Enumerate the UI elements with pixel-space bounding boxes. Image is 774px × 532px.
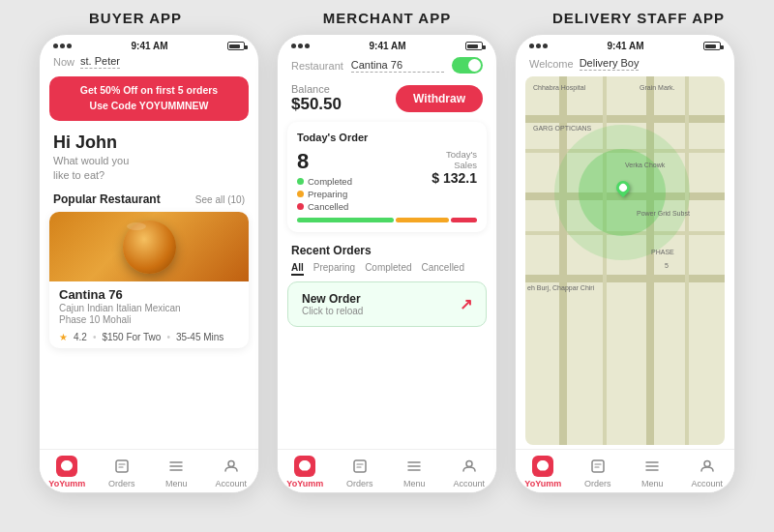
delivery-nav-yoyumm-label: YoYumm [524,479,561,488]
withdraw-button[interactable]: Withdraw [396,85,483,112]
delivery-nav-orders-label: Orders [584,479,611,488]
account-icon [221,456,242,477]
subtext: What would you like to eat? [40,153,258,190]
delivery-time: 9:41 AM [608,41,644,51]
battery-icon [227,42,245,50]
svg-rect-0 [116,460,128,472]
buyer-nav-orders[interactable]: Orders [95,456,150,488]
merchant-nav-orders[interactable]: Orders [333,456,388,488]
location-value: st. Peter [80,55,120,69]
merchant-yoyumm-icon [294,456,315,477]
delivery-app-title: DELIVERY STAFF APP [527,10,750,26]
delivery-bottom-nav: YoYumm Orders Menu Account [516,449,734,492]
promo-line1: Get 50% Off on first 5 orders [59,83,239,99]
balance-info: Balance $50.50 [291,83,342,114]
road-h5 [525,275,725,282]
merchant-app-phone: 9:41 AM Restaurant Cantina 76 Balance $5… [277,34,497,493]
todays-order-card: Today's Order 8 Completed Preparing [287,122,487,232]
legend-cancelled: Cancelled [297,201,352,212]
order-legend: Completed Preparing Cancelled [297,176,352,212]
road-v4 [685,76,689,445]
delivery-time: 35-45 Mins [176,332,223,342]
merchant-nav-yoyumm-label: YoYumm [286,479,323,488]
progress-preparing [396,218,449,222]
cancelled-label: Cancelled [308,201,348,212]
delivery-boy-name: Delivery Boy [580,57,640,71]
merchant-signal-dots [291,44,310,48]
order-count: 8 [297,149,352,174]
signal-dots [53,44,72,48]
buyer-nav-account-label: Account [215,479,247,488]
legend-preparing: Preparing [297,189,352,199]
see-all-link[interactable]: See all (10) [195,194,245,205]
restaurant-cuisine: Cajun Indian Italian Mexican [59,303,239,313]
delivery-nav-yoyumm[interactable]: YoYumm [516,456,571,488]
filter-completed[interactable]: Completed [365,262,411,276]
merchant-bottom-nav: YoYumm Orders Menu Account [278,449,496,492]
delivery-nav-menu[interactable]: Menu [625,456,680,488]
delivery-orders-icon [587,456,609,477]
delivery-map: Chhabra Hospital Grain Mark. GARG OPTICI… [525,76,725,445]
location-label: Now [53,56,74,68]
restaurant-name: Cantina 76 [59,287,239,302]
buyer-location-row: Now st. Peter [40,53,258,73]
filter-tabs: All Preparing Completed Cancelled [278,262,496,281]
merchant-battery-icon [465,42,483,50]
merchant-nav-yoyumm[interactable]: YoYumm [278,456,333,488]
welcome-label: Welcome [529,58,574,70]
delivery-nav-orders[interactable]: Orders [571,456,626,488]
menu-icon [165,456,187,477]
merchant-nav-menu[interactable]: Menu [387,456,442,488]
restaurant-image [49,212,249,281]
delivery-nav-account[interactable]: Account [680,456,735,488]
road-v1 [559,76,567,445]
buyer-nav-yoyumm[interactable]: YoYumm [40,456,95,488]
sales-value: $ 132.1 [432,170,477,186]
merchant-menu-icon [403,456,425,477]
yoyumm-icon [56,456,77,477]
merchant-time: 9:41 AM [370,41,406,51]
buyer-nav-account[interactable]: Account [204,456,259,488]
cancelled-dot [297,203,304,210]
restaurant-toggle[interactable] [452,57,483,74]
price: $150 For Two [102,332,161,342]
balance-amount: $50.50 [291,95,342,114]
new-order-subtitle: Click to reload [302,306,363,316]
svg-rect-4 [592,460,604,472]
road-h1 [525,115,725,123]
merchant-orders-icon [349,456,371,477]
popular-label: Popular Restaurant [53,192,161,206]
restaurant-card[interactable]: Cantina 76 Cajun Indian Italian Mexican … [49,212,249,348]
promo-banner: Get 50% Off on first 5 orders Use Code Y… [49,76,249,121]
filter-preparing[interactable]: Preparing [313,262,355,276]
balance-label: Balance [291,83,342,95]
star-icon: ★ [59,332,68,342]
orders-icon [111,456,133,477]
restaurant-value: Cantina 76 [351,59,444,73]
merchant-nav-account-label: Account [453,479,485,488]
food-image [123,221,176,274]
buyer-time: 9:41 AM [132,41,168,51]
merchant-nav-account[interactable]: Account [442,456,497,488]
buyer-nav-menu[interactable]: Menu [149,456,204,488]
new-order-text: New Order Click to reload [302,292,363,316]
map-label-grain: Grain Mark. [640,84,675,91]
rating: 4.2 [74,332,87,342]
new-order-card[interactable]: New Order Click to reload ↗ [287,281,487,327]
delivery-nav-account-label: Account [691,479,723,488]
svg-point-5 [704,461,710,467]
subtext2: like to eat? [53,168,245,183]
buyer-nav-menu-label: Menu [165,479,188,488]
filter-cancelled[interactable]: Cancelled [422,262,464,276]
buyer-bottom-nav: YoYumm Orders Menu Account [40,449,258,492]
filter-all[interactable]: All [291,262,304,276]
balance-section: Balance $50.50 Withdraw [278,79,496,122]
todays-order-title: Today's Order [297,132,477,143]
buyer-nav-orders-label: Orders [108,479,135,488]
promo-line2: Use Code YOYUMMNEW [59,99,239,114]
restaurant-location: Phase 10 Mohali [59,314,239,325]
merchant-app-title: MERCHANT APP [276,10,498,26]
preparing-dot [297,191,304,197]
buyer-nav-yoyumm-label: YoYumm [48,479,85,488]
completed-dot [297,178,304,185]
